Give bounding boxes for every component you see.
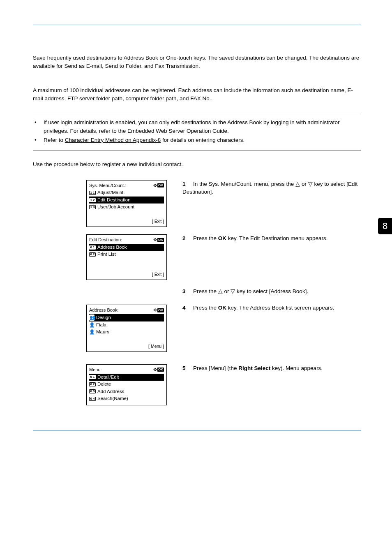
- intro-text: Save frequently used destinations to Add…: [33, 54, 361, 70]
- row-badge: 1 2: [89, 198, 96, 202]
- top-rule: [33, 25, 361, 25]
- lcd-screen-1: Sys. Menu/Count.: ✥ OK 1 1 Adjust/Maint.…: [86, 180, 167, 227]
- row-text: Adjust/Maint.: [97, 190, 125, 196]
- row-text: Delete: [97, 381, 111, 388]
- bullet-icon: •: [35, 118, 44, 135]
- note-2: Refer to Character Entry Method on Appen…: [44, 136, 244, 144]
- ok-icon: OK: [157, 183, 164, 187]
- row-text: Add Address: [97, 388, 124, 395]
- row-text: User/Job Account: [97, 204, 134, 210]
- lcd-title: Address Book:: [89, 307, 119, 313]
- nav-icon: ✥: [153, 237, 156, 243]
- group-icon: 👥: [89, 314, 95, 321]
- row-badge: 0 1: [89, 245, 96, 250]
- footer-right: [ Exit ]: [143, 218, 164, 224]
- nav-icon: ✥: [153, 367, 156, 373]
- lcd-screen-4: Menu: ✥ OK 0 1 Detail/Edit 0 2 Delete 0 …: [86, 364, 167, 405]
- step-4-text: 4Press the OK key. The Address Book list…: [182, 304, 361, 312]
- link-character-entry[interactable]: Character Entry Method on Appendix-8: [65, 137, 161, 143]
- footer-left: [89, 343, 110, 349]
- procedure-intro: Use the procedure below to register a ne…: [33, 160, 361, 169]
- row-text: Address Book: [97, 244, 127, 251]
- row-text: Design: [96, 314, 111, 321]
- row-badge: 0 2: [89, 382, 96, 386]
- note-1: If user login administration is enabled,…: [44, 118, 361, 135]
- step-2-text: 2Press the OK key. The Edit Destination …: [182, 234, 361, 243]
- chapter-tab: 8: [378, 218, 392, 234]
- row-badge: 1 1: [89, 191, 96, 195]
- limit-text: A maximum of 100 individual addresses ca…: [33, 86, 361, 102]
- row-text: Maury: [96, 329, 109, 335]
- note-block: • If user login administration is enable…: [33, 114, 361, 150]
- step-5-text: 5Press [Menu] (the Right Select key). Me…: [182, 364, 361, 372]
- footer-left: [89, 218, 110, 224]
- footer-right: [ Menu ]: [143, 343, 164, 349]
- nav-icon: ✥: [153, 183, 156, 189]
- ok-icon: OK: [157, 308, 164, 312]
- row-text: Edit Destination: [97, 197, 131, 204]
- lcd-title: Sys. Menu/Count.:: [89, 183, 127, 189]
- row-text: Fiala: [96, 322, 106, 328]
- ok-icon: OK: [157, 238, 164, 242]
- person-icon: 👤: [89, 322, 95, 328]
- step-1-text: 1In the Sys. Menu/Count. menu, press the…: [182, 180, 361, 196]
- lcd-screen-2: Edit Destination: ✥ OK 0 1 Address Book …: [86, 234, 167, 280]
- row-text: Search(Name): [97, 395, 128, 402]
- row-badge: 0 1: [89, 375, 96, 379]
- row-badge: 0 4: [89, 397, 96, 401]
- row-badge: 0 2: [89, 252, 96, 257]
- bottom-rule: [33, 430, 361, 430]
- row-text: Print List: [97, 251, 116, 258]
- footer-right: [ Exit ]: [143, 271, 164, 277]
- footer-left: [89, 271, 110, 277]
- row-badge: 0 3: [89, 389, 96, 393]
- lcd-title: Edit Destination:: [89, 237, 122, 243]
- bullet-icon: •: [35, 136, 44, 144]
- person-icon: 👤: [89, 329, 95, 335]
- row-text: Detail/Edit: [97, 374, 119, 381]
- row-badge: 1 3: [89, 205, 96, 209]
- nav-icon: ✥: [153, 307, 156, 313]
- step-3-text: 3Press the △ or ▽ key to select [Address…: [182, 287, 361, 296]
- lcd-screen-3: Address Book: ✥ OK 👥 Design 👤 Fiala 👤 Ma…: [86, 305, 167, 352]
- ok-icon: OK: [157, 368, 164, 372]
- lcd-title: Menu:: [89, 367, 102, 373]
